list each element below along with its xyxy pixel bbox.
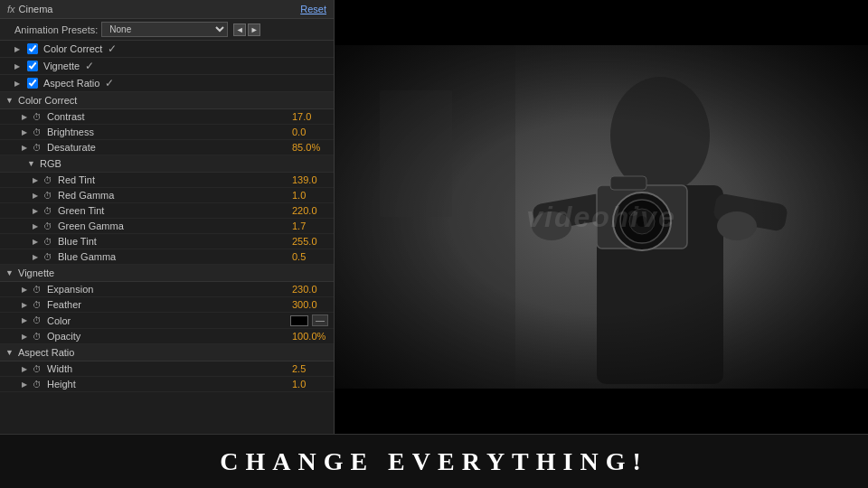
blue-tint-stopwatch[interactable]: ⏱ [43,237,54,247]
expansion-stopwatch[interactable]: ⏱ [33,285,43,295]
animation-presets-label: Animation Presets: [14,24,98,35]
contrast-label: Contrast [47,111,288,122]
blue-tint-label: Blue Tint [58,236,288,247]
opacity-stopwatch[interactable]: ⏱ [33,332,43,342]
opacity-value[interactable]: 100.0% [292,331,328,342]
brightness-row: ▶ ⏱ Brightness 0.0 [0,125,334,140]
aspect-ratio-section-header[interactable]: ▼ Aspect Ratio [0,344,334,361]
animation-presets-row: Animation Presets: None ◄ ► [0,19,334,41]
red-gamma-arrow: ▶ [33,192,40,200]
aspect-ratio-label: Aspect Ratio [43,78,99,89]
color-correct-section-label: Color Correct [18,95,77,106]
vignette-section-label: Vignette [18,267,54,278]
desaturate-arrow: ▶ [22,144,29,152]
color-box[interactable] [290,315,308,326]
top-area: fx Cinema Reset Animation Presets: None … [0,0,868,434]
reset-button[interactable]: Reset [300,4,326,14]
panel-header: fx Cinema Reset [0,0,334,19]
nav-arrows: ◄ ► [233,23,260,36]
blue-tint-row: ▶ ⏱ Blue Tint 255.0 [0,234,334,249]
aspect-ratio-section-label: Aspect Ratio [18,347,74,358]
blue-tint-arrow: ▶ [33,238,40,246]
brightness-value[interactable]: 0.0 [292,127,328,137]
blue-gamma-arrow: ▶ [33,253,40,261]
contrast-row: ▶ ⏱ Contrast 17.0 [0,109,334,125]
color-arrow: ▶ [22,316,29,324]
color-correct-checkbox[interactable] [27,43,38,54]
color-reset-button[interactable]: — [312,314,328,326]
green-gamma-label: Green Gamma [58,221,288,231]
width-label: Width [47,363,288,374]
red-gamma-value[interactable]: 1.0 [292,190,328,201]
aspect-ratio-arrow: ▶ [14,80,22,88]
desaturate-stopwatch[interactable]: ⏱ [33,143,43,153]
color-correct-checkbox-row: ▶ Color Correct ✓ [0,41,334,58]
red-tint-stopwatch[interactable]: ⏱ [43,175,54,185]
red-tint-row: ▶ ⏱ Red Tint 139.0 [0,173,334,188]
red-gamma-row: ▶ ⏱ Red Gamma 1.0 [0,188,334,203]
feather-arrow: ▶ [22,301,29,309]
aspect-ratio-checkbox[interactable] [27,78,38,89]
expansion-value[interactable]: 230.0 [292,284,328,295]
nav-prev-button[interactable]: ◄ [233,23,246,36]
video-preview: videohive [335,0,868,434]
green-tint-value[interactable]: 220.0 [292,205,328,216]
desaturate-value[interactable]: 85.0% [292,142,328,153]
height-value[interactable]: 1.0 [292,379,328,389]
rgb-collapse-arrow: ▼ [27,159,36,168]
green-gamma-stopwatch[interactable]: ⏱ [43,221,54,231]
green-gamma-value[interactable]: 1.7 [292,221,328,231]
blue-gamma-stopwatch[interactable]: ⏱ [43,252,54,262]
height-arrow: ▶ [22,380,29,389]
red-gamma-stopwatch[interactable]: ⏱ [43,191,54,201]
color-swatch: — [290,314,328,326]
main-container: fx Cinema Reset Animation Presets: None … [0,0,868,488]
height-row: ▶ ⏱ Height 1.0 [0,377,334,392]
red-gamma-label: Red Gamma [58,190,288,201]
bottom-banner: change everything! [0,434,868,488]
contrast-arrow: ▶ [22,113,29,121]
red-tint-value[interactable]: 139.0 [292,174,328,185]
blue-tint-value[interactable]: 255.0 [292,236,328,247]
panel-title-area: fx Cinema [7,4,52,14]
fx-label: fx [7,4,15,14]
feather-value[interactable]: 300.0 [292,299,328,310]
contrast-stopwatch[interactable]: ⏱ [33,112,43,122]
feather-label: Feather [47,299,288,310]
color-correct-section-header[interactable]: ▼ Color Correct [0,92,334,109]
green-gamma-arrow: ▶ [33,222,40,230]
brightness-arrow: ▶ [22,128,29,136]
vignette-section-header[interactable]: ▼ Vignette [0,265,334,282]
width-stopwatch[interactable]: ⏱ [33,364,43,374]
feather-stopwatch[interactable]: ⏱ [33,300,43,310]
contrast-value[interactable]: 17.0 [292,111,328,122]
color-label: Color [47,315,287,326]
height-label: Height [47,379,288,389]
expansion-label: Expansion [47,284,288,295]
height-stopwatch[interactable]: ⏱ [33,380,43,389]
feather-row: ▶ ⏱ Feather 300.0 [0,297,334,313]
expansion-arrow: ▶ [22,286,29,294]
color-correct-collapse-arrow: ▼ [5,96,14,105]
width-value[interactable]: 2.5 [292,363,328,374]
color-stopwatch[interactable]: ⏱ [33,315,43,325]
opacity-label: Opacity [47,331,288,342]
color-correct-label: Color Correct [43,43,102,54]
vignette-checkbox[interactable] [27,61,38,71]
red-tint-arrow: ▶ [33,176,40,184]
blue-gamma-value[interactable]: 0.5 [292,251,328,262]
nav-next-button[interactable]: ► [248,23,260,36]
green-tint-label: Green Tint [58,205,288,216]
rgb-section-label: RGB [40,158,61,169]
green-gamma-row: ▶ ⏱ Green Gamma 1.7 [0,219,334,234]
animation-presets-select[interactable]: None [101,22,228,37]
rgb-section-header[interactable]: ▼ RGB [0,155,334,173]
aspect-ratio-checkbox-row: ▶ Aspect Ratio ✓ [0,75,334,92]
brightness-stopwatch[interactable]: ⏱ [33,127,43,137]
expansion-row: ▶ ⏱ Expansion 230.0 [0,282,334,297]
brightness-label: Brightness [47,127,288,137]
green-tint-stopwatch[interactable]: ⏱ [43,206,54,216]
watermark: videohive [526,201,676,234]
vignette-label: Vignette [43,61,80,71]
right-panel: videohive [335,0,868,434]
